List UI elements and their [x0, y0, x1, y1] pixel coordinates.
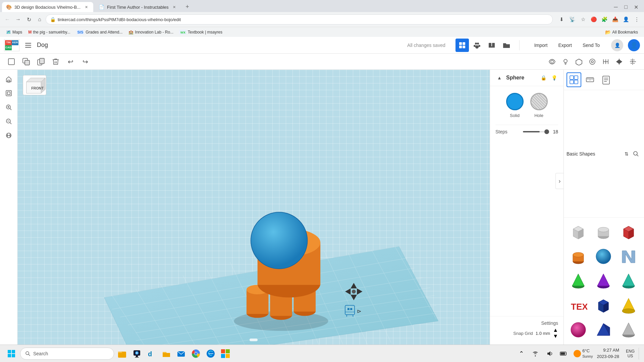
taskbar-file-explorer[interactable] — [115, 347, 129, 360]
tray-battery[interactable] — [557, 348, 570, 360]
lightbulb-button[interactable] — [559, 56, 572, 68]
shapes-search-button[interactable] — [631, 148, 641, 159]
perspective-button[interactable] — [3, 129, 15, 141]
weather-display[interactable]: 6°C Sunny — [574, 348, 593, 359]
language-indicator[interactable]: ENG US — [623, 349, 637, 358]
reload-button[interactable]: ↻ — [24, 15, 34, 24]
grid-settings-button[interactable] — [600, 56, 612, 68]
bookmark-pig[interactable]: M the pig - samuelrby... — [25, 29, 73, 35]
shape-item-cone-purple[interactable] — [592, 269, 615, 293]
shape-item-text-red[interactable]: TEXT — [567, 294, 590, 317]
taskbar-edge[interactable] — [204, 347, 217, 360]
shape-item-pyramid-yellow[interactable] — [617, 294, 640, 317]
home-view-button[interactable] — [3, 73, 15, 85]
taskbar-search[interactable]: Search — [20, 348, 114, 360]
tab-tinkercad[interactable]: 🎨 3D design Bodacious Vihelmo-B... ✕ — [2, 2, 93, 12]
system-clock[interactable]: 9:27 AM 2023-09-28 — [594, 347, 622, 359]
extension1-button[interactable]: 🔴 — [589, 15, 598, 24]
bookmark-maps[interactable]: 🗺️ Maps — [3, 29, 25, 35]
lock-icon[interactable]: 🔒 — [539, 74, 547, 82]
shape-item-cylinder-orange[interactable] — [567, 245, 590, 268]
bookmark-grades[interactable]: SIS Grades and Attend... — [74, 29, 125, 35]
tools-button[interactable] — [485, 39, 498, 52]
taskbar-store[interactable] — [219, 347, 232, 360]
new-tab-button[interactable]: + — [183, 2, 192, 11]
shape-item-box-grey1[interactable] — [567, 220, 590, 244]
forward-button[interactable]: → — [13, 15, 23, 24]
tinkercad-logo[interactable]: TIN KER CAD — [4, 39, 19, 51]
folder-button[interactable] — [500, 39, 513, 52]
snap-grid-stepper[interactable]: ▲▼ — [553, 327, 558, 339]
taskbar-webcam[interactable] — [130, 347, 144, 360]
fit-view-button[interactable] — [3, 87, 15, 99]
export-button[interactable]: Export — [553, 40, 577, 51]
paw-button[interactable] — [470, 39, 484, 52]
minimize-button[interactable]: ─ — [611, 2, 621, 12]
maximize-button[interactable]: □ — [621, 2, 631, 12]
mirror-button[interactable] — [613, 56, 625, 68]
polygon-button[interactable] — [573, 56, 585, 68]
tab-close-instructables[interactable]: ✕ — [171, 4, 177, 10]
shapes-tab-note[interactable] — [599, 72, 613, 87]
canvas-area[interactable]: ⊳ FRONT — [17, 70, 490, 345]
shape-item-cone-green[interactable] — [567, 269, 590, 293]
user-profile-button[interactable]: 👤 — [611, 39, 623, 51]
home-button[interactable]: ⌂ — [35, 15, 44, 24]
shape-item-prism-blue[interactable] — [592, 318, 615, 342]
circle-view-button[interactable] — [586, 56, 598, 68]
shape-item-cylinder-grey[interactable] — [592, 220, 615, 244]
right-panel-collapse-button[interactable]: › — [555, 173, 564, 189]
copy-stamp-button[interactable] — [20, 56, 32, 68]
taskbar-chrome[interactable] — [189, 347, 203, 360]
import-button[interactable]: Import — [529, 40, 553, 51]
project-name[interactable]: Dog — [37, 42, 48, 49]
settings-button[interactable]: Settings — [541, 320, 558, 326]
panel-collapse-button[interactable]: ▲ — [495, 74, 503, 82]
zoom-out-button[interactable] — [3, 115, 15, 127]
grid-view-button[interactable] — [455, 39, 469, 52]
copy-button[interactable] — [35, 56, 47, 68]
hole-option[interactable]: Hole — [530, 93, 548, 118]
address-bar[interactable]: 🔒 tinkercad.com/things/kPssPtM7dBI-bodac… — [46, 14, 553, 24]
all-bookmarks-button[interactable]: 📂 All Bookmarks — [602, 29, 641, 36]
delete-button[interactable] — [50, 56, 62, 68]
start-button[interactable] — [4, 348, 19, 360]
shape-item-box-red[interactable] — [617, 220, 640, 244]
shape-item-cone-teal[interactable] — [617, 269, 640, 293]
cast-button[interactable]: 📡 — [568, 15, 577, 24]
shape-item-n-blue[interactable] — [617, 245, 640, 268]
download2-button[interactable]: 📥 — [610, 15, 620, 24]
steps-slider-thumb[interactable] — [544, 129, 549, 134]
bookmark-textbook[interactable]: wx Textbook | msayres — [177, 29, 225, 35]
tab-instructables[interactable]: 📄 First Time Author - Instructables ✕ — [95, 2, 181, 12]
sphere-head[interactable] — [251, 212, 308, 269]
shapes-tab-ruler[interactable] — [583, 72, 597, 87]
bookmark-innovation[interactable]: 🏫 Innovation Lab - Ro... — [126, 29, 176, 35]
shapes-dropdown[interactable]: Basic Shapes ⇅ — [567, 151, 629, 157]
close-button[interactable]: ✕ — [631, 2, 641, 12]
show-desktop-button[interactable] — [639, 348, 640, 360]
front-view-indicator[interactable]: FRONT — [23, 75, 50, 99]
tray-sound[interactable] — [543, 348, 555, 360]
redo-button[interactable]: ↪ — [79, 56, 91, 68]
shape-item-sphere-pink[interactable] — [567, 318, 590, 342]
avatar-button[interactable]: 👤 — [628, 39, 640, 51]
bulb-icon[interactable]: 💡 — [550, 74, 558, 82]
profile-button[interactable]: 👤 — [621, 15, 631, 24]
tab-close-tinkercad[interactable]: ✕ — [83, 4, 89, 10]
align-button[interactable] — [627, 56, 639, 68]
workplane-button[interactable] — [5, 56, 17, 68]
tray-network[interactable] — [529, 348, 541, 360]
eye-button[interactable] — [546, 56, 558, 68]
3d-viewport[interactable]: ⊳ — [17, 70, 490, 345]
shape-item-cube-blue[interactable] — [592, 294, 615, 317]
hamburger-menu[interactable] — [23, 40, 34, 51]
download-button[interactable]: ⬇ — [557, 15, 566, 24]
bookmark-button[interactable]: ☆ — [578, 15, 588, 24]
steps-slider[interactable] — [523, 131, 547, 132]
taskbar-folder[interactable] — [160, 347, 173, 360]
shape-item-sphere-blue[interactable] — [592, 245, 615, 268]
taskbar-mail[interactable] — [174, 347, 188, 360]
solid-option[interactable]: Solid — [506, 93, 524, 118]
back-button[interactable]: ← — [3, 15, 12, 24]
